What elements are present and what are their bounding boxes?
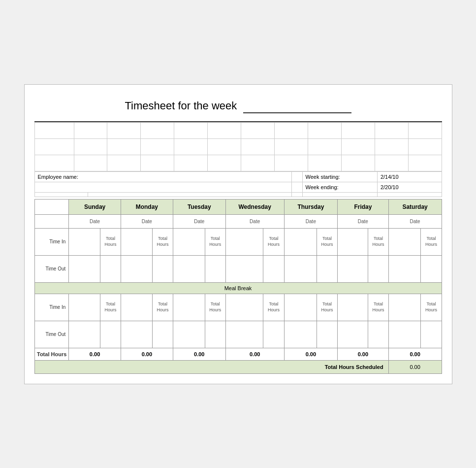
time-in-label-1: Time In — [34, 228, 69, 255]
sun-total-hours: 0.00 — [69, 348, 121, 360]
week-starting-value: 2/14/10 — [377, 171, 442, 182]
tue-total-hours: 0.00 — [173, 348, 225, 360]
mon-total-1: TotalHours — [153, 228, 173, 255]
sun-timein-1[interactable] — [69, 228, 100, 255]
sat-timeout-2[interactable] — [388, 321, 421, 348]
mon-timeout-1[interactable] — [121, 255, 152, 282]
sunday-date[interactable]: Date — [69, 214, 121, 228]
wed-timein-2[interactable] — [225, 294, 263, 321]
day-headers-row: Sunday Monday Tuesday Wednesday Thursday… — [34, 199, 442, 214]
sat-timein-2[interactable] — [388, 294, 421, 321]
thursday-date[interactable]: Date — [284, 214, 337, 228]
tue-total-2: TotalHours — [205, 294, 225, 321]
employee-name-field[interactable] — [88, 171, 292, 182]
sat-timeout-total-2 — [421, 321, 442, 348]
tue-timein-1[interactable] — [173, 228, 205, 255]
top-grid — [34, 122, 442, 171]
fri-timeout-total-1 — [368, 255, 388, 282]
mon-timein-1[interactable] — [121, 228, 152, 255]
tue-timeout-total-1 — [205, 255, 225, 282]
wed-total-2: TotalHours — [263, 294, 284, 321]
sat-timeout-total-1 — [421, 255, 442, 282]
timesheet-table: Sunday Monday Tuesday Wednesday Thursday… — [34, 199, 442, 374]
sun-timeout-total-2 — [100, 321, 121, 348]
week-starting-label: Week starting: — [302, 171, 377, 182]
mon-timeout-2[interactable] — [121, 321, 152, 348]
friday-header: Friday — [338, 199, 389, 214]
sun-timeout-total-1 — [100, 255, 121, 282]
sunday-header: Sunday — [69, 199, 121, 214]
fri-timeout-1[interactable] — [338, 255, 368, 282]
sun-timeout-2[interactable] — [69, 321, 100, 348]
thu-total-1: TotalHours — [317, 228, 338, 255]
sat-timein-1[interactable] — [388, 228, 421, 255]
fri-timein-1[interactable] — [338, 228, 368, 255]
thu-timeout-2[interactable] — [284, 321, 317, 348]
sat-timeout-1[interactable] — [388, 255, 421, 282]
wed-total-hours: 0.00 — [225, 348, 284, 360]
wed-timeout-total-1 — [263, 255, 284, 282]
tue-timeout-1[interactable] — [173, 255, 205, 282]
thu-timeout-1[interactable] — [284, 255, 317, 282]
fri-total-hours: 0.00 — [338, 348, 389, 360]
time-out-row-1: Time Out — [34, 255, 442, 282]
thu-timeout-total-2 — [317, 321, 338, 348]
wed-timeout-2[interactable] — [225, 321, 263, 348]
sat-total-2: TotalHours — [421, 294, 442, 321]
thu-total-hours: 0.00 — [284, 348, 337, 360]
sat-total-1: TotalHours — [421, 228, 442, 255]
wed-timeout-1[interactable] — [225, 255, 263, 282]
wed-total-1: TotalHours — [263, 228, 284, 255]
week-ending-label: Week ending: — [302, 182, 377, 192]
tuesday-date[interactable]: Date — [173, 214, 225, 228]
total-hours-scheduled-label: Total Hours Scheduled — [34, 360, 388, 373]
saturday-date[interactable]: Date — [388, 214, 442, 228]
mon-total-2: TotalHours — [153, 294, 173, 321]
thu-timein-2[interactable] — [284, 294, 317, 321]
total-hours-scheduled-value: 0.00 — [388, 360, 442, 373]
total-hours-scheduled-row: Total Hours Scheduled 0.00 — [34, 360, 442, 373]
thu-total-2: TotalHours — [317, 294, 338, 321]
sun-timein-2[interactable] — [69, 294, 100, 321]
thu-timeout-total-1 — [317, 255, 338, 282]
total-hours-row-label: Total Hours — [34, 348, 69, 360]
tue-timein-2[interactable] — [173, 294, 205, 321]
wednesday-header: Wednesday — [225, 199, 284, 214]
meal-break-label: Meal Break — [34, 282, 442, 294]
total-hours-row: Total Hours 0.00 0.00 0.00 0.00 0.00 0.0… — [34, 348, 442, 360]
monday-date[interactable]: Date — [121, 214, 173, 228]
fri-timeout-total-2 — [368, 321, 388, 348]
sun-total-2: TotalHours — [100, 294, 121, 321]
date-row: Date Date Date Date Date Date Date — [34, 214, 442, 228]
wednesday-date[interactable]: Date — [225, 214, 284, 228]
title-text: Timesheet for the week — [125, 100, 237, 112]
wed-timein-1[interactable] — [225, 228, 263, 255]
thursday-header: Thursday — [284, 199, 337, 214]
sun-timeout-1[interactable] — [69, 255, 100, 282]
time-out-label-2: Time Out — [34, 321, 69, 348]
mon-timeout-total-2 — [153, 321, 173, 348]
fri-timeout-2[interactable] — [338, 321, 368, 348]
mon-timein-2[interactable] — [121, 294, 152, 321]
saturday-header: Saturday — [388, 199, 442, 214]
thu-timein-1[interactable] — [284, 228, 317, 255]
info-table: Employee name: Week starting: 2/14/10 We… — [34, 171, 442, 197]
sat-total-hours: 0.00 — [388, 348, 442, 360]
week-date-underline[interactable] — [243, 100, 351, 113]
friday-date[interactable]: Date — [338, 214, 389, 228]
time-out-row-2: Time Out — [34, 321, 442, 348]
fri-total-1: TotalHours — [368, 228, 388, 255]
time-in-row-1: Time In TotalHours TotalHours TotalHours… — [34, 228, 442, 255]
tue-timeout-total-2 — [205, 321, 225, 348]
mon-timeout-total-1 — [153, 255, 173, 282]
employee-label: Employee name: — [34, 171, 88, 182]
tue-total-1: TotalHours — [205, 228, 225, 255]
sun-total-1: TotalHours — [100, 228, 121, 255]
fri-timein-2[interactable] — [338, 294, 368, 321]
timesheet-page: Timesheet for the week — [24, 84, 452, 384]
title-row: Timesheet for the week — [34, 95, 442, 122]
tue-timeout-2[interactable] — [173, 321, 205, 348]
wed-timeout-total-2 — [263, 321, 284, 348]
monday-header: Monday — [121, 199, 173, 214]
week-ending-value: 2/20/10 — [377, 182, 442, 192]
